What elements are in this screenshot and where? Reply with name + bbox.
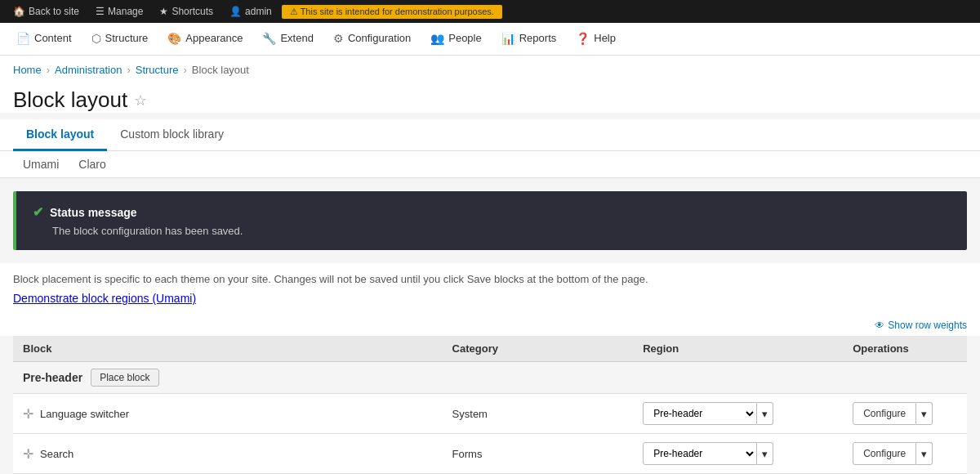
menu-icon: ☰ [96, 6, 105, 17]
shortcuts-label: Shortcuts [172, 6, 213, 17]
breadcrumb-admin[interactable]: Administration [55, 64, 122, 76]
configure-btn[interactable]: Configure [853, 442, 916, 465]
extend-icon: 🔧 [262, 32, 276, 45]
region-select-dropdown[interactable]: Pre-headerHeaderPrimary menuSecondary me… [643, 442, 757, 465]
star-icon: ★ [159, 6, 168, 17]
structure-icon: ⬡ [91, 32, 101, 45]
block-name-cell: ✛ Language switcher [13, 394, 443, 434]
nav-help-label: Help [594, 32, 616, 44]
nav-reports-label: Reports [519, 32, 557, 44]
table-header-row: Block Category Region Operations [13, 336, 967, 362]
reports-icon: 📊 [501, 32, 515, 45]
home-icon: 🏠 [13, 6, 25, 17]
back-to-site-label: Back to site [29, 6, 79, 17]
block-table-wrapper: Block Category Region Operations Pre-hea… [13, 336, 967, 474]
content-icon: 📄 [16, 32, 30, 45]
region-select-arrow[interactable]: ▾ [757, 402, 773, 425]
place-block-btn[interactable]: Place block [91, 369, 158, 387]
drag-handle-icon[interactable]: ✛ [23, 446, 33, 462]
sub-tab-claro[interactable]: Claro [69, 151, 115, 177]
block-region-cell[interactable]: Pre-headerHeaderPrimary menuSecondary me… [633, 394, 843, 434]
info-link-area: Demonstrate block regions (Umami) [0, 288, 980, 315]
block-category-cell: System [443, 394, 634, 434]
nav-appearance[interactable]: 🎨 Appearance [158, 23, 252, 55]
nav-people-label: People [448, 32, 481, 44]
manage-label: Manage [108, 6, 143, 17]
breadcrumb-current: Block layout [192, 64, 249, 76]
drag-handle-icon[interactable]: ✛ [23, 406, 33, 422]
sub-tabs: Umami Claro [0, 151, 980, 178]
user-icon: 👤 [229, 6, 242, 17]
check-icon: ✔ [33, 204, 43, 220]
block-name: Search [40, 448, 74, 460]
breadcrumb-sep-3: › [184, 64, 187, 76]
manage-btn[interactable]: ☰ Manage [89, 0, 149, 23]
block-category-cell: Forms [443, 434, 634, 474]
status-title-text: Status message [50, 206, 137, 219]
shortcuts-btn[interactable]: ★ Shortcuts [153, 0, 220, 23]
block-operations-cell: Configure ▾ [843, 434, 967, 474]
nav-structure-label: Structure [105, 32, 149, 44]
configure-btn[interactable]: Configure [853, 402, 916, 425]
tab-block-layout[interactable]: Block layout [13, 119, 107, 151]
nav-content-label: Content [34, 32, 72, 44]
favorite-star-icon[interactable]: ☆ [134, 92, 147, 110]
appearance-icon: 🎨 [167, 32, 181, 45]
nav-extend-label: Extend [280, 32, 313, 44]
section-row-pre-header: Pre-header Place block [13, 362, 967, 394]
col-header-block: Block [13, 336, 443, 362]
nav-extend[interactable]: 🔧 Extend [252, 23, 323, 55]
notice-text: ⚠ This site is intended for demonstratio… [290, 7, 494, 17]
page-title: Block layout [13, 87, 127, 113]
block-operations-cell: Configure ▾ [843, 394, 967, 434]
region-select-arrow[interactable]: ▾ [757, 442, 773, 465]
breadcrumb-home[interactable]: Home [13, 64, 42, 76]
back-to-site-btn[interactable]: 🏠 Back to site [7, 0, 86, 23]
block-table: Block Category Region Operations Pre-hea… [13, 336, 967, 474]
admin-user-label: admin [245, 6, 272, 17]
col-header-category: Category [443, 336, 634, 362]
nav-help[interactable]: ❓ Help [566, 23, 626, 55]
status-body-text: The block configuration has been saved. [33, 225, 951, 237]
eye-icon: 👁 [875, 320, 884, 331]
breadcrumb-sep-1: › [47, 64, 50, 76]
demonstrate-block-regions-link[interactable]: Demonstrate block regions (Umami) [13, 292, 196, 305]
show-row-weights-label: Show row weights [888, 320, 967, 331]
people-icon: 👥 [430, 32, 444, 45]
help-icon: ❓ [576, 32, 590, 45]
info-text: Block placement is specific to each them… [13, 273, 648, 285]
table-row: ✛ Search Forms Pre-headerHeaderPrimary m… [13, 434, 967, 474]
admin-user-btn[interactable]: 👤 admin [223, 0, 278, 23]
breadcrumb-sep-2: › [127, 64, 130, 76]
nav-configuration[interactable]: ⚙ Configuration [323, 23, 421, 55]
status-message-title: ✔ Status message [33, 204, 951, 220]
demo-notice: ⚠ This site is intended for demonstratio… [282, 5, 502, 19]
status-message-box: ✔ Status message The block configuration… [13, 191, 967, 250]
nav-appearance-label: Appearance [185, 32, 243, 44]
block-name-cell: ✛ Search [13, 434, 443, 474]
col-header-operations: Operations [843, 336, 967, 362]
admin-bar: 🏠 Back to site ☰ Manage ★ Shortcuts 👤 ad… [0, 0, 980, 23]
row-weights-bar: 👁 Show row weights [0, 315, 980, 336]
configure-dropdown-btn[interactable]: ▾ [916, 442, 933, 465]
main-nav: 📄 Content ⬡ Structure 🎨 Appearance 🔧 Ext… [0, 23, 980, 56]
nav-reports[interactable]: 📊 Reports [492, 23, 567, 55]
nav-people[interactable]: 👥 People [421, 23, 491, 55]
tab-custom-block-library[interactable]: Custom block library [107, 119, 237, 151]
col-header-region: Region [633, 336, 843, 362]
breadcrumb-structure[interactable]: Structure [136, 64, 179, 76]
block-category: System [452, 408, 488, 420]
block-region-cell[interactable]: Pre-headerHeaderPrimary menuSecondary me… [633, 434, 843, 474]
region-select-dropdown[interactable]: Pre-headerHeaderPrimary menuSecondary me… [643, 402, 757, 425]
sub-tab-umami[interactable]: Umami [13, 151, 69, 177]
nav-structure[interactable]: ⬡ Structure [82, 23, 158, 55]
nav-configuration-label: Configuration [348, 32, 411, 44]
block-name: Language switcher [40, 408, 129, 420]
page-title-area: Block layout ☆ [0, 84, 980, 113]
nav-content[interactable]: 📄 Content [7, 23, 82, 55]
show-row-weights-btn[interactable]: 👁 Show row weights [875, 320, 967, 331]
configure-dropdown-btn[interactable]: ▾ [916, 402, 933, 425]
config-icon: ⚙ [333, 32, 344, 45]
breadcrumb: Home › Administration › Structure › Bloc… [0, 56, 980, 84]
section-label: Pre-header [23, 371, 82, 384]
